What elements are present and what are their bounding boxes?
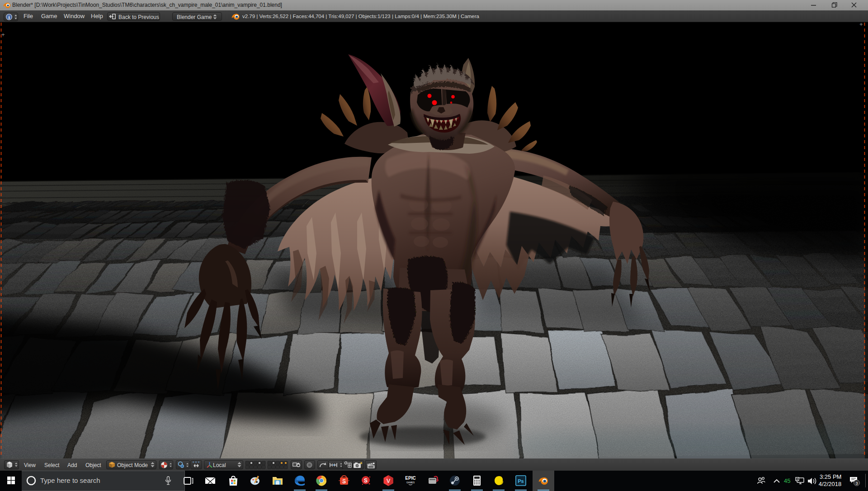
svg-text:3: 3 (855, 481, 858, 486)
svg-text:S: S (364, 477, 368, 484)
svg-text:i: i (8, 14, 9, 20)
svg-text:S: S (342, 478, 346, 485)
svg-text:+: + (859, 22, 863, 28)
svg-text:Ps: Ps (518, 478, 524, 484)
svg-text:V: V (387, 477, 391, 484)
svg-text:+: + (1, 31, 5, 38)
svg-text:GAMES: GAMES (406, 481, 415, 484)
svg-text:EPIC: EPIC (405, 476, 415, 481)
